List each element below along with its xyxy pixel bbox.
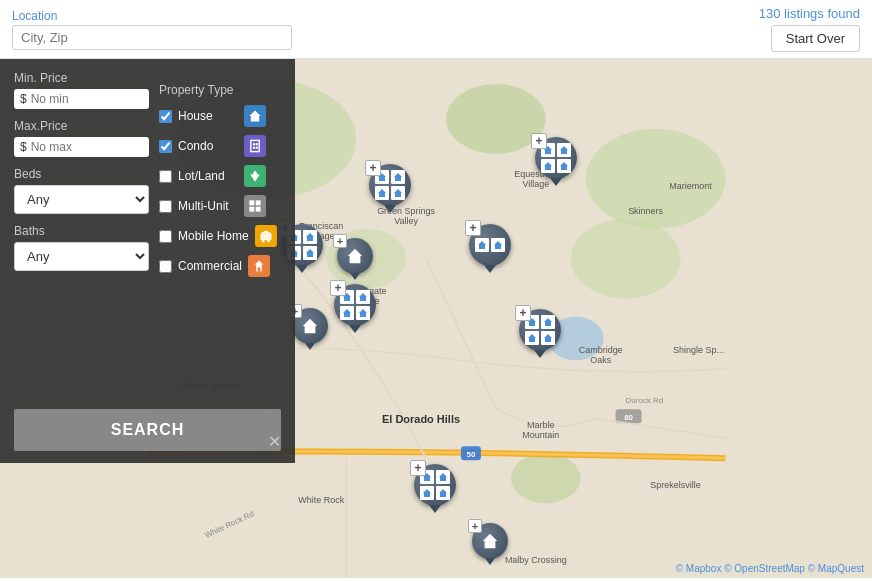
property-type-section: Property Type House Condo <box>159 71 277 285</box>
min-price-row: Min. Price $ <box>14 71 149 109</box>
svg-marker-56 <box>303 319 317 333</box>
start-over-button[interactable]: Start Over <box>771 25 860 52</box>
svg-marker-54 <box>343 309 351 317</box>
prop-type-condo: Condo <box>159 135 277 157</box>
svg-marker-62 <box>439 473 447 481</box>
search-button[interactable]: SEARCH <box>14 409 281 451</box>
single-body: + <box>292 308 328 344</box>
svg-marker-80 <box>260 230 271 233</box>
filter-left: Min. Price $ Max.Price $ Beds <box>14 71 159 401</box>
baths-select-wrap: Any 1+ 2+ 3+ 4+ <box>14 242 149 271</box>
min-price-input[interactable] <box>31 92 143 106</box>
condo-icon <box>244 135 266 157</box>
baths-row: Baths Any 1+ 2+ 3+ 4+ <box>14 224 149 271</box>
svg-rect-68 <box>253 143 255 145</box>
location-input[interactable] <box>21 30 283 45</box>
svg-text:Malby Crossing: Malby Crossing <box>505 555 567 565</box>
main-area: 50 80 White Rock Rd Durock Rd Equestrian… <box>0 59 872 578</box>
svg-rect-74 <box>256 200 261 205</box>
svg-marker-64 <box>439 489 447 497</box>
single-marker[interactable]: + <box>472 523 508 559</box>
svg-rect-75 <box>249 207 254 212</box>
location-input-wrap <box>12 25 292 50</box>
svg-rect-70 <box>253 147 255 149</box>
beds-select[interactable]: Any 1+ 2+ 3+ 4+ 5+ <box>14 185 149 214</box>
svg-text:Mountain: Mountain <box>522 430 559 440</box>
svg-rect-76 <box>256 207 261 212</box>
cluster-body: + <box>469 224 511 266</box>
svg-marker-60 <box>544 334 552 342</box>
svg-marker-55 <box>359 309 367 317</box>
svg-marker-50 <box>478 241 486 249</box>
svg-marker-65 <box>483 534 497 548</box>
house-checkbox[interactable] <box>159 110 172 123</box>
cluster-marker[interactable]: + <box>333 284 377 334</box>
baths-select[interactable]: Any 1+ 2+ 3+ 4+ <box>14 242 149 271</box>
right-side: 130 listings found Start Over <box>759 6 860 52</box>
mobile-checkbox[interactable] <box>159 230 172 243</box>
svg-marker-63 <box>423 489 431 497</box>
svg-marker-44 <box>560 162 568 170</box>
svg-point-5 <box>571 219 681 299</box>
lot-checkbox[interactable] <box>159 170 172 183</box>
baths-label: Baths <box>14 224 149 238</box>
multi-label: Multi-Unit <box>178 199 238 213</box>
location-label: Location <box>12 9 292 23</box>
cluster-plus-icon: + <box>515 305 531 321</box>
svg-point-79 <box>267 240 270 243</box>
beds-select-wrap: Any 1+ 2+ 3+ 4+ 5+ <box>14 185 149 214</box>
svg-marker-53 <box>359 293 367 301</box>
multi-checkbox[interactable] <box>159 200 172 213</box>
max-price-dollar: $ <box>20 140 27 154</box>
svg-text:Shingle Sp...: Shingle Sp... <box>673 345 724 355</box>
beds-row: Beds Any 1+ 2+ 3+ 4+ 5+ <box>14 167 149 214</box>
svg-marker-43 <box>544 162 552 170</box>
single-plus-icon: + <box>333 234 347 248</box>
map-attribution: © Mapbox © OpenStreetMap © MapQuest <box>676 563 864 574</box>
svg-text:Sprekelsville: Sprekelsville <box>650 480 700 490</box>
svg-marker-40 <box>394 189 402 197</box>
svg-text:White Rock: White Rock <box>298 495 344 505</box>
svg-rect-67 <box>251 140 259 151</box>
lot-icon <box>244 165 266 187</box>
close-panel-button[interactable]: ✕ <box>268 432 281 451</box>
single-marker[interactable]: + <box>337 238 373 274</box>
svg-text:50: 50 <box>466 450 475 459</box>
max-price-input-wrap: $ <box>14 137 149 157</box>
cluster-plus-icon: + <box>330 280 346 296</box>
svg-marker-58 <box>544 318 552 326</box>
cluster-marker[interactable]: + <box>534 137 578 187</box>
svg-text:Oaks: Oaks <box>590 355 611 365</box>
svg-text:Marble: Marble <box>527 420 554 430</box>
svg-marker-51 <box>494 241 502 249</box>
house-icon <box>244 105 266 127</box>
cluster-plus-icon: + <box>531 133 547 149</box>
cluster-marker[interactable]: + <box>413 464 457 514</box>
svg-point-78 <box>262 240 265 243</box>
svg-marker-72 <box>250 170 260 181</box>
svg-rect-69 <box>256 143 258 145</box>
svg-marker-59 <box>528 334 536 342</box>
cluster-marker[interactable]: + <box>518 309 562 359</box>
svg-text:Durock Rd: Durock Rd <box>626 396 664 405</box>
single-marker[interactable]: + <box>292 308 328 344</box>
cluster-plus-icon: + <box>365 160 381 176</box>
max-price-input[interactable] <box>31 140 143 154</box>
house-label: House <box>178 109 238 123</box>
single-body: + <box>472 523 508 559</box>
svg-text:El Dorado Hills: El Dorado Hills <box>382 413 460 425</box>
cluster-marker[interactable]: + <box>368 164 412 214</box>
cluster-plus-icon: + <box>465 220 481 236</box>
condo-checkbox[interactable] <box>159 140 172 153</box>
cluster-marker[interactable]: + <box>468 224 512 274</box>
max-price-label: Max.Price <box>14 119 149 133</box>
svg-rect-77 <box>260 233 271 240</box>
commercial-checkbox[interactable] <box>159 260 172 273</box>
condo-label: Condo <box>178 139 238 153</box>
svg-marker-42 <box>560 146 568 154</box>
single-body: + <box>337 238 373 274</box>
min-price-input-wrap: $ <box>14 89 149 109</box>
svg-marker-38 <box>394 173 402 181</box>
header: Location 130 listings found Start Over <box>0 0 872 59</box>
cluster-houses <box>471 234 509 256</box>
